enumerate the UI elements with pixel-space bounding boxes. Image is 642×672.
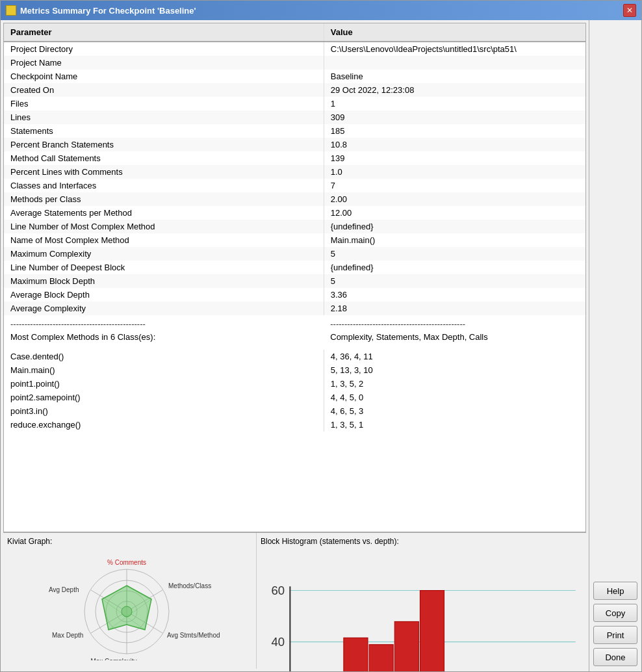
svg-rect-34 xyxy=(369,645,393,671)
param-cell: Files xyxy=(4,97,324,110)
value-cell: 7 xyxy=(324,179,585,192)
table-row: Maximum Block Depth5 xyxy=(4,274,585,288)
table-row: Average Statements per Method12.00 xyxy=(4,206,585,220)
value-cell xyxy=(324,56,585,70)
method-row: Case.dented()4, 36, 4, 11 xyxy=(4,350,585,363)
value-cell: 2.00 xyxy=(324,192,585,206)
value-cell: 29 Oct 2022, 12:23:08 xyxy=(324,83,585,97)
value-cell: {undefined} xyxy=(324,261,585,274)
param-cell: Percent Branch Statements xyxy=(4,138,324,151)
value-cell: {undefined} xyxy=(324,220,585,233)
svg-text:% Comments: % Comments xyxy=(107,559,146,566)
title-bar: Metrics Summary For Checkpoint 'Baseline… xyxy=(1,1,641,20)
value-cell: 12.00 xyxy=(324,206,585,220)
table-row: Percent Branch Statements10.8 xyxy=(4,138,585,151)
method-value-cell: 1, 3, 5, 1 xyxy=(324,418,585,432)
copy-button[interactable]: Copy xyxy=(593,604,637,622)
method-name-cell: Case.dented() xyxy=(4,350,324,363)
app-icon xyxy=(6,5,16,16)
table-row: Lines309 xyxy=(4,110,585,124)
table-row: Created On29 Oct 2022, 12:23:08 xyxy=(4,83,585,97)
table-row: Percent Lines with Comments1.0 xyxy=(4,165,585,179)
param-header: Parameter xyxy=(4,23,324,42)
param-cell: Methods per Class xyxy=(4,192,324,206)
param-cell: Project Name xyxy=(4,56,324,70)
svg-text:60: 60 xyxy=(272,584,285,597)
table-row: Classes and Interfaces7 xyxy=(4,179,585,192)
param-cell: Percent Lines with Comments xyxy=(4,165,324,179)
method-name-cell: Main.main() xyxy=(4,363,324,377)
table-row: Checkpoint NameBaseline xyxy=(4,70,585,83)
method-value-cell: 1, 3, 5, 2 xyxy=(324,377,585,391)
param-cell: Maximum Complexity xyxy=(4,247,324,261)
value-cell: 309 xyxy=(324,110,585,124)
table-row: Line Number of Most Complex Method{undef… xyxy=(4,220,585,233)
svg-text:Methods/Class: Methods/Class xyxy=(168,582,211,589)
param-cell: Average Statements per Method xyxy=(4,206,324,220)
method-name-cell: point1.point() xyxy=(4,377,324,391)
method-name-cell: reduce.exchange() xyxy=(4,418,324,432)
value-cell: Main.main() xyxy=(324,233,585,247)
param-cell: Statements xyxy=(4,124,324,138)
right-buttons-panel: Help Copy Print Done xyxy=(589,20,641,671)
method-value-cell: 4, 6, 5, 3 xyxy=(324,404,585,418)
separator-left: ----------------------------------------… xyxy=(4,315,324,331)
content-area: Parameter Value Project DirectoryC:\User… xyxy=(1,20,641,671)
table-row: Name of Most Complex MethodMain.main() xyxy=(4,233,585,247)
value-header: Value xyxy=(324,23,585,42)
table-row: Average Block Depth3.36 xyxy=(4,288,585,302)
main-window: Metrics Summary For Checkpoint 'Baseline… xyxy=(0,0,642,672)
method-row: reduce.exchange()1, 3, 5, 1 xyxy=(4,418,585,432)
done-button[interactable]: Done xyxy=(593,648,637,666)
table-row: Average Complexity2.18 xyxy=(4,302,585,315)
title-bar-left: Metrics Summary For Checkpoint 'Baseline… xyxy=(6,5,196,16)
table-row: Methods per Class2.00 xyxy=(4,192,585,206)
method-row: Main.main()5, 13, 3, 10 xyxy=(4,363,585,377)
svg-text:40: 40 xyxy=(272,635,285,649)
param-cell: Line Number of Deepest Block xyxy=(4,261,324,274)
svg-text:Max Complexity: Max Complexity xyxy=(90,658,136,660)
section-header-value: Complexity, Statements, Max Depth, Calls xyxy=(324,331,585,346)
table-row: Line Number of Deepest Block{undefined} xyxy=(4,261,585,274)
help-button[interactable]: Help xyxy=(593,582,637,600)
param-cell: Classes and Interfaces xyxy=(4,179,324,192)
svg-rect-33 xyxy=(344,638,368,671)
param-cell: Checkpoint Name xyxy=(4,70,324,83)
separator-right: ----------------------------------------… xyxy=(324,315,585,331)
value-cell: C:\Users\Lenovo\IdeaProjects\untitled1\s… xyxy=(324,42,585,56)
kiviat-svg: % Comments Methods/Class Avg Stmts/Metho… xyxy=(26,553,234,660)
value-cell: 2.18 xyxy=(324,302,585,315)
table-row: Method Call Statements139 xyxy=(4,151,585,165)
svg-text:Avg Stmts/Method: Avg Stmts/Method xyxy=(167,632,220,639)
svg-rect-35 xyxy=(394,621,418,671)
value-cell: 10.8 xyxy=(324,138,585,151)
metrics-table-container[interactable]: Parameter Value Project DirectoryC:\User… xyxy=(3,23,586,532)
method-value-cell: 4, 36, 4, 11 xyxy=(324,350,585,363)
value-cell: 5 xyxy=(324,247,585,261)
method-row: point2.samepoint()4, 4, 5, 0 xyxy=(4,391,585,404)
method-name-cell: point2.samepoint() xyxy=(4,391,324,404)
param-cell: Project Directory xyxy=(4,42,324,56)
histogram-graph: 0 20 40 60 xyxy=(261,549,582,671)
param-cell: Created On xyxy=(4,83,324,97)
table-row: Project Name xyxy=(4,56,585,70)
table-row: Files1 xyxy=(4,97,585,110)
value-cell: 3.36 xyxy=(324,288,585,302)
main-panel: Parameter Value Project DirectoryC:\User… xyxy=(1,20,589,671)
method-row: point3.in()4, 6, 5, 3 xyxy=(4,404,585,418)
method-name-cell: point3.in() xyxy=(4,404,324,418)
param-cell: Maximum Block Depth xyxy=(4,274,324,288)
value-cell: 185 xyxy=(324,124,585,138)
method-value-cell: 5, 13, 3, 10 xyxy=(324,363,585,377)
close-button[interactable]: ✕ xyxy=(623,4,636,17)
bottom-section: Kiviat Graph: xyxy=(3,532,586,669)
histogram-label: Block Histogram (statements vs. depth): xyxy=(261,537,582,546)
section-header-param: Most Complex Methods in 6 Class(es): xyxy=(4,331,324,346)
table-row: Project DirectoryC:\Users\Lenovo\IdeaPro… xyxy=(4,42,585,56)
method-row: point1.point()1, 3, 5, 2 xyxy=(4,377,585,391)
histogram-svg: 0 20 40 60 xyxy=(261,549,582,671)
method-value-cell: 4, 4, 5, 0 xyxy=(324,391,585,404)
print-button[interactable]: Print xyxy=(593,626,637,644)
window-title: Metrics Summary For Checkpoint 'Baseline… xyxy=(20,6,196,16)
value-cell: 5 xyxy=(324,274,585,288)
